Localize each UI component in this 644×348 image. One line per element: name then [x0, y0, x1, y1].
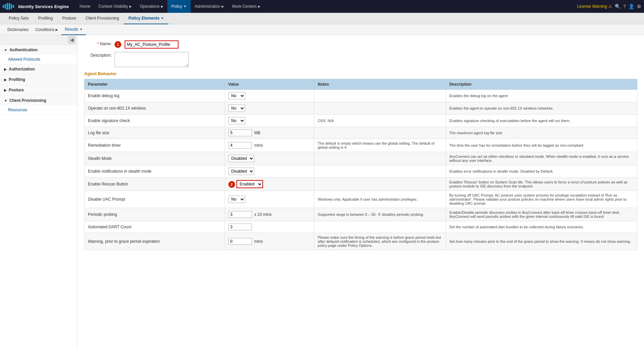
- thirdnav-results-arrow: ▼: [79, 28, 83, 31]
- param-table: Parameter Value Notes Description Enable…: [84, 79, 637, 250]
- notes-cell: [314, 165, 446, 178]
- nav-operations[interactable]: Operations ▶: [136, 0, 167, 13]
- description-cell: The maximum agent log file size: [446, 127, 637, 139]
- nav-policy-arrow: ▼: [184, 5, 187, 8]
- subnav-client-provisioning[interactable]: Client Provisioning: [81, 13, 124, 24]
- input-remediation-timer[interactable]: [228, 142, 252, 149]
- param-cell: Enable Rescan Button: [85, 178, 225, 191]
- authentication-arrow: ▼: [4, 48, 7, 52]
- description-cell: Enables the debug log on the agent: [446, 90, 637, 102]
- select-enable-signature-check[interactable]: NoYes: [228, 117, 245, 124]
- subnav-posture[interactable]: Posture: [58, 13, 81, 24]
- svg-rect-4: [11, 4, 12, 9]
- sidebar-authentication-header[interactable]: ▼ Authentication: [0, 45, 77, 55]
- select-enable-notifications-in-stealth-mode[interactable]: DisabledEnabled: [228, 168, 254, 175]
- thirdnav-results[interactable]: Results ▼: [61, 24, 86, 35]
- thirdnav-conditions-arrow: ▶: [56, 28, 58, 31]
- svg-rect-0: [3, 5, 4, 8]
- sidebar-profiling-header[interactable]: ▶ Profiling: [0, 75, 77, 85]
- sidebar-resources[interactable]: Resources: [0, 106, 77, 114]
- sidebar-section-authentication: ▼ Authentication Allowed Protocols: [0, 45, 77, 64]
- input-log-file-size[interactable]: [228, 129, 252, 136]
- input-automated-dart-count[interactable]: [228, 224, 252, 230]
- sidebar-collapse-button[interactable]: ◀: [68, 36, 75, 43]
- nav-work-centers[interactable]: Work Centers ▶: [228, 0, 264, 13]
- app-title: Identity Services Engine: [18, 4, 69, 9]
- search-icon[interactable]: 🔍: [615, 4, 620, 9]
- sidebar-client-provisioning-header[interactable]: ▼ Client Provisioning: [0, 95, 77, 106]
- svg-rect-1: [5, 4, 6, 9]
- select-operate-on-non-802.1x-wireless[interactable]: NoYes: [228, 105, 245, 112]
- table-row: Log file size MBThe maximum agent log fi…: [85, 127, 637, 139]
- thirdnav-conditions[interactable]: Conditions ▶: [32, 24, 62, 35]
- unit-label: x 10 mins: [253, 212, 272, 217]
- description-input[interactable]: [115, 52, 189, 67]
- nav-context-visibility[interactable]: Context Visibility ▶: [94, 0, 136, 13]
- nav-context-visibility-arrow: ▶: [129, 5, 132, 8]
- svg-rect-3: [9, 3, 10, 10]
- agent-behavior-title: Agent Behavior: [84, 71, 637, 76]
- col-value: Value: [225, 79, 314, 90]
- profiling-arrow: ▶: [4, 78, 7, 82]
- subnav-policy-elements[interactable]: Policy Elements ▼: [124, 13, 168, 24]
- table-row: Operate on non-802.1X wirelessNoYesEnabl…: [85, 102, 637, 115]
- third-nav: Dictionaries Conditions ▶ Results ▼: [0, 24, 644, 35]
- param-cell: Remediation timer: [85, 139, 225, 152]
- value-cell: DisabledEnabled: [225, 165, 314, 178]
- sidebar-allowed-protocols[interactable]: Allowed Protocols: [0, 55, 77, 64]
- sidebar-close-area: ◀: [0, 35, 77, 45]
- subnav-policy-sets[interactable]: Policy Sets: [4, 13, 33, 24]
- nav-home[interactable]: Home: [75, 0, 94, 13]
- unit-label: mins: [253, 239, 263, 244]
- sidebar-section-client-provisioning: ▼ Client Provisioning Resources: [0, 95, 77, 115]
- table-row: Stealth ModeDisabledEnabledAnyConnect ca…: [85, 152, 637, 165]
- table-row: Disable UAC PromptNoYesWindows only. App…: [85, 191, 637, 208]
- top-nav: Identity Services Engine Home Context Vi…: [0, 0, 644, 13]
- param-cell: Warning, prior to grace period expiratio…: [85, 233, 225, 250]
- nav-work-centers-arrow: ▶: [258, 5, 260, 8]
- param-cell: Automated DART Count: [85, 221, 225, 233]
- svg-rect-5: [13, 5, 14, 8]
- client-provisioning-arrow: ▼: [4, 99, 7, 103]
- license-warning[interactable]: License Warning ⚠: [577, 4, 612, 9]
- select-enable-debug-log[interactable]: NoYes: [228, 92, 245, 99]
- param-cell: Periodic probing: [85, 208, 225, 221]
- value-cell: NoYes: [225, 90, 314, 102]
- sidebar-section-profiling: ▶ Profiling: [0, 75, 77, 85]
- description-cell: By turning off UAC Prompt, AC posture us…: [446, 191, 637, 208]
- nav-operations-arrow: ▶: [161, 5, 163, 8]
- posture-arrow: ▶: [4, 88, 7, 92]
- help-icon[interactable]: ?: [623, 4, 626, 9]
- sidebar-posture-header[interactable]: ▶ Posture: [0, 85, 77, 95]
- gear-icon[interactable]: ⚙: [637, 4, 641, 9]
- subnav-profiling[interactable]: Profiling: [33, 13, 57, 24]
- table-row: Automated DART CountSet the number of au…: [85, 221, 637, 233]
- thirdnav-dictionaries[interactable]: Dictionaries: [4, 24, 32, 35]
- select-stealth-mode[interactable]: DisabledEnabled: [228, 155, 254, 162]
- description-cell: Enables 'Rescan' button on System Scan t…: [446, 178, 637, 191]
- table-row: Enable debug logNoYesEnables the debug l…: [85, 90, 637, 102]
- value-cell: mins: [225, 139, 314, 152]
- select-disable-uac-prompt[interactable]: NoYes: [228, 196, 245, 203]
- param-cell: Enable notifications in stealth mode: [85, 165, 225, 178]
- value-cell: x 10 mins: [225, 208, 314, 221]
- authorization-arrow: ▶: [4, 67, 7, 71]
- table-header-row: Parameter Value Notes Description: [85, 79, 637, 90]
- notes-cell: [314, 152, 446, 165]
- value-cell: 2DisabledEnabled: [225, 178, 314, 191]
- nav-administration[interactable]: Administration ▶: [191, 0, 228, 13]
- col-description: Description: [446, 79, 637, 90]
- user-icon[interactable]: 👤: [629, 4, 634, 9]
- nav-policy[interactable]: Policy ▼: [167, 0, 191, 13]
- input-warning,-prior-to-grace-period-expiration[interactable]: [228, 238, 252, 245]
- notes-cell: [314, 178, 446, 191]
- description-cell: Enables error notifications in stealth m…: [446, 165, 637, 178]
- select-enable-rescan-button[interactable]: DisabledEnabled: [236, 180, 263, 188]
- input-periodic-probing[interactable]: [228, 211, 252, 218]
- nav-administration-arrow: ▶: [222, 5, 224, 8]
- name-input[interactable]: [125, 40, 179, 49]
- table-row: Warning, prior to grace period expiratio…: [85, 233, 637, 250]
- sidebar-authorization-header[interactable]: ▶ Authorization: [0, 64, 77, 74]
- name-row: * Name: 1: [84, 40, 637, 49]
- step-badge-2: 2: [228, 181, 235, 188]
